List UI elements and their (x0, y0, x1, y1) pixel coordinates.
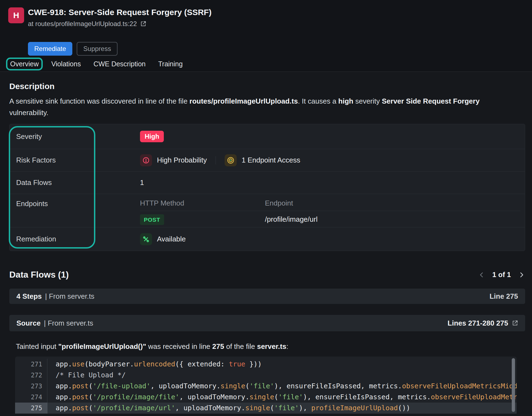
line-number: 273 (15, 381, 47, 392)
endpoints-label: Endpoints (10, 194, 140, 227)
description-file: routes/profileImageUrlUpload.ts (190, 97, 298, 105)
tab-bar: Overview Violations CWE Description Trai… (0, 56, 532, 72)
post-method-badge: POST (140, 214, 164, 225)
tab-cwe-description[interactable]: CWE Description (93, 60, 145, 68)
tools-icon (140, 233, 152, 245)
endpoints-column-headers: HTTP Method Endpoint (140, 194, 520, 211)
header: H CWE-918: Server-Side Request Forgery (… (0, 0, 532, 72)
risk-factors-row: Risk Factors High Probability 1 En (10, 149, 525, 171)
http-method-column-header: HTTP Method (140, 199, 265, 207)
data-flows-pager: 1 of 1 (478, 270, 525, 279)
scrollbar-thumb[interactable] (512, 358, 515, 412)
data-flows-label: Data Flows (10, 178, 140, 187)
description-text: A sensitive sink function was discovered… (9, 95, 516, 118)
source-label: Source (16, 319, 41, 327)
chevron-left-icon[interactable] (478, 271, 485, 278)
details-card: Severity High Risk Factors High Probabil… (9, 124, 525, 251)
steps-bar[interactable]: 4 Steps | From server.ts Line 275 (9, 289, 525, 304)
overview-panel: Description A sensitive sink function wa… (0, 82, 532, 416)
endpoint-column-header: Endpoint (265, 199, 293, 207)
tab-training[interactable]: Training (158, 60, 182, 68)
tainted-file-name: server.ts (257, 342, 286, 351)
tab-overview[interactable]: Overview (10, 60, 39, 68)
data-flows-heading: Data Flows (1) (9, 270, 69, 280)
description-severity-word: high (338, 97, 353, 105)
code-lines: 271app.use(bodyParser.urlencoded({ exten… (15, 359, 517, 414)
description-heading: Description (9, 82, 525, 91)
tab-violations[interactable]: Violations (51, 60, 81, 68)
endpoint-path: /profile/image/url (265, 215, 318, 224)
severity-label: Severity (10, 132, 140, 141)
steps-count: 4 Steps (16, 292, 42, 301)
endpoints-row: Endpoints HTTP Method Endpoint POST /pro… (10, 194, 525, 227)
tainted-line-number: 275 (212, 342, 224, 351)
source-lines-label: Lines 271-280 275 (448, 319, 508, 327)
file-location: at routes/profileImageUrlUpload.ts:22 (28, 20, 137, 28)
endpoint-target-icon (225, 154, 237, 166)
tab-overview-label: Overview (10, 60, 39, 68)
source-from: | From server.ts (44, 319, 93, 327)
description-vuln-name: Server Side Request Forgery (382, 97, 480, 105)
line-number: 274 (15, 392, 47, 403)
divider (216, 156, 216, 164)
risk-factor-probability: High Probability (157, 156, 207, 164)
code-line-275: 275app.post('/profile/image/url', upload… (15, 403, 517, 414)
pager-count: 1 of 1 (492, 270, 511, 279)
risk-factor-endpoint-access: 1 Endpoint Access (242, 156, 300, 164)
steps-from: | From server.ts (45, 292, 95, 301)
code-line-271: 271app.use(bodyParser.urlencoded({ exten… (15, 359, 517, 370)
line-number: 271 (15, 359, 47, 370)
severity-high-badge: High (140, 131, 164, 142)
line-number: 275 (15, 403, 47, 414)
line-number: 272 (15, 370, 47, 381)
tainted-input-text: Tainted input "profileImageUrlUpload()" … (16, 342, 525, 351)
steps-line-label: Line 275 (490, 292, 518, 301)
data-flows-row: Data Flows 1 (10, 171, 525, 194)
code-line-273: 273app.post('/file-upload', uploadToMemo… (15, 381, 517, 392)
external-link-icon[interactable] (512, 320, 518, 326)
remediate-button[interactable]: Remediate (28, 42, 72, 56)
tainted-input-name: "profileImageUrlUpload()" (58, 342, 146, 351)
probability-badge-icon (140, 154, 152, 166)
page-title: CWE-918: Server-Side Request Forgery (SS… (28, 7, 211, 17)
code-block: 271app.use(bodyParser.urlencoded({ exten… (15, 357, 517, 414)
external-link-icon[interactable] (140, 21, 146, 27)
suppress-button[interactable]: Suppress (77, 42, 118, 56)
severity-high-icon: H (8, 7, 24, 23)
data-flows-count: 1 (140, 178, 144, 187)
severity-row: Severity High (10, 124, 525, 149)
chevron-right-icon[interactable] (518, 271, 525, 278)
remediation-available: Available (157, 235, 186, 243)
code-line-274: 274app.post('/profile/image/file', uploa… (15, 392, 517, 403)
code-line-272: 272/* File Upload */ (15, 370, 517, 381)
source-bar[interactable]: Source | From server.ts Lines 271-280 27… (9, 315, 525, 331)
vulnerability-detail-page: H CWE-918: Server-Side Request Forgery (… (0, 0, 532, 416)
risk-factors-label: Risk Factors (10, 156, 140, 164)
remediation-row: Remediation Available (10, 227, 525, 251)
remediation-label: Remediation (10, 235, 140, 243)
